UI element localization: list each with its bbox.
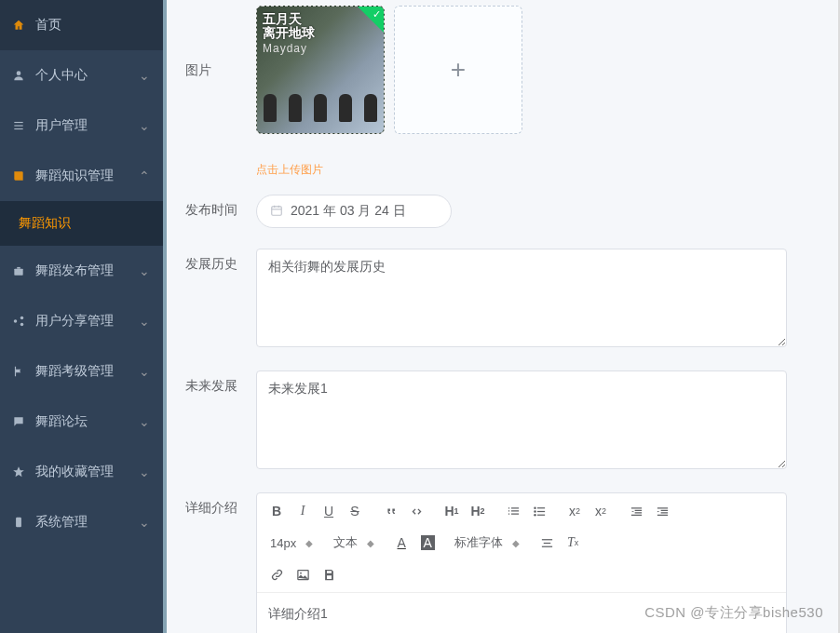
clear-format-button[interactable]: Tx: [561, 531, 585, 555]
mobile-icon: [11, 515, 26, 530]
publish-time-field[interactable]: [256, 195, 452, 228]
form-row-image: 图片 五月天 离开地球 Mayday +: [167, 6, 840, 134]
add-image-button[interactable]: +: [394, 6, 522, 134]
chevron-down-icon: ⌄: [139, 68, 150, 83]
editor-content[interactable]: 详细介绍1: [257, 593, 786, 633]
form-row-publish-time: 发布时间: [167, 195, 840, 228]
sidebar-label: 我的收藏管理: [35, 464, 114, 480]
svg-rect-3: [14, 128, 22, 129]
svg-point-8: [20, 323, 24, 327]
future-textarea[interactable]: [256, 370, 787, 469]
font-size-select[interactable]: 14px◆: [264, 531, 318, 555]
list-icon: [11, 118, 26, 133]
svg-point-6: [14, 319, 18, 323]
h2-button[interactable]: H2: [466, 499, 490, 523]
book-icon: [11, 168, 26, 183]
share-icon: [11, 314, 26, 329]
italic-button[interactable]: I: [291, 499, 315, 523]
history-textarea[interactable]: [256, 249, 787, 347]
chevron-down-icon: ⌄: [139, 414, 150, 429]
plus-icon: +: [451, 55, 466, 85]
svg-point-14: [534, 506, 536, 509]
svg-rect-21: [543, 542, 550, 543]
image-button[interactable]: [291, 562, 315, 586]
sidebar-item-my-favorites[interactable]: 我的收藏管理 ⌄: [0, 447, 163, 497]
h1-button[interactable]: H1: [440, 499, 464, 523]
bg-color-button[interactable]: A: [415, 531, 440, 555]
svg-point-15: [534, 510, 536, 513]
superscript-button[interactable]: x2: [589, 499, 613, 523]
sidebar-subitem-dance-knowledge[interactable]: 舞蹈知识: [0, 201, 163, 246]
thumb-title-cn: 五月天 离开地球: [263, 12, 315, 41]
sidebar-item-dance-publish[interactable]: 舞蹈发布管理 ⌄: [0, 246, 163, 296]
sidebar-item-dance-exam[interactable]: 舞蹈考级管理 ⌄: [0, 346, 163, 397]
history-label: 发展历史: [185, 249, 245, 278]
sidebar-item-system[interactable]: 系统管理 ⌄: [0, 497, 163, 547]
sidebar-item-dance-forum[interactable]: 舞蹈论坛 ⌄: [0, 397, 163, 447]
sidebar-item-dance-knowledge[interactable]: 舞蹈知识管理 ⌃: [0, 151, 163, 201]
code-button[interactable]: [404, 499, 428, 523]
svg-point-7: [20, 316, 24, 320]
form-row-future: 未来发展: [167, 370, 840, 472]
sidebar-label: 首页: [35, 17, 61, 34]
text-type-select[interactable]: 文本◆: [328, 531, 380, 555]
check-icon: [358, 7, 384, 33]
chevron-down-icon: ⌄: [139, 314, 150, 329]
svg-rect-20: [542, 539, 552, 540]
uploaded-image-thumb[interactable]: 五月天 离开地球 Mayday: [256, 6, 385, 134]
caret-icon: ◆: [367, 538, 374, 548]
outdent-button[interactable]: [624, 499, 648, 523]
rich-text-editor: B I U S H1 H2 x2: [256, 492, 787, 633]
publish-time-label: 发布时间: [185, 195, 245, 224]
sidebar-item-home[interactable]: 首页: [0, 0, 163, 50]
thumb-figures: [257, 94, 384, 122]
indent-button[interactable]: [650, 499, 674, 523]
calendar-icon: [270, 204, 283, 220]
unordered-list-button[interactable]: [527, 499, 551, 523]
form-row-history: 发展历史: [167, 249, 840, 350]
chevron-down-icon: ⌄: [139, 515, 150, 530]
link-button[interactable]: [264, 562, 289, 586]
sidebar-item-users[interactable]: 用户管理 ⌄: [0, 101, 163, 151]
sidebar-label: 个人中心: [35, 67, 88, 84]
strikethrough-button[interactable]: S: [343, 499, 367, 523]
sidebar-label: 舞蹈论坛: [35, 413, 88, 430]
bold-button[interactable]: B: [264, 499, 289, 523]
underline-button[interactable]: U: [317, 499, 341, 523]
sidebar-label: 舞蹈知识管理: [35, 168, 114, 184]
svg-point-0: [17, 71, 21, 75]
svg-rect-1: [14, 122, 22, 123]
chevron-down-icon: ⌄: [139, 263, 150, 278]
sidebar: 首页 个人中心 ⌄ 用户管理 ⌄ 舞蹈知识管理 ⌃ 舞蹈知识 舞蹈发布管理 ⌄ …: [0, 0, 163, 633]
sidebar-label: 舞蹈知识: [19, 215, 71, 232]
subscript-button[interactable]: x2: [562, 499, 587, 523]
sidebar-label: 舞蹈考级管理: [35, 363, 114, 380]
caret-icon: ◆: [512, 538, 520, 548]
chevron-down-icon: ⌄: [139, 465, 150, 479]
sidebar-item-user-share[interactable]: 用户分享管理 ⌄: [0, 296, 163, 346]
sidebar-label: 舞蹈发布管理: [35, 263, 114, 279]
svg-rect-2: [14, 125, 22, 126]
svg-point-16: [534, 514, 536, 517]
sidebar-label: 用户分享管理: [35, 313, 114, 330]
font-color-button[interactable]: A: [389, 531, 413, 555]
save-button[interactable]: [317, 562, 341, 586]
main-content: 图片 五月天 离开地球 Mayday +: [163, 0, 840, 633]
chat-icon: [11, 414, 26, 429]
font-family-select[interactable]: 标准字体◆: [449, 531, 525, 555]
align-button[interactable]: [535, 531, 559, 555]
home-icon: [11, 18, 26, 33]
svg-rect-4: [14, 269, 22, 276]
upload-hint: 点击上传图片: [256, 162, 787, 178]
flag-icon: [11, 364, 26, 379]
ordered-list-button[interactable]: [501, 499, 525, 523]
star-icon: [11, 465, 26, 479]
sidebar-item-profile[interactable]: 个人中心 ⌄: [0, 50, 163, 101]
quote-button[interactable]: [378, 499, 402, 523]
future-label: 未来发展: [185, 370, 245, 400]
sidebar-label: 系统管理: [35, 514, 88, 531]
publish-time-input[interactable]: [291, 204, 438, 219]
svg-rect-19: [537, 514, 545, 515]
detail-label: 详细介绍: [185, 492, 245, 522]
thumb-title-en: Mayday: [263, 42, 307, 55]
